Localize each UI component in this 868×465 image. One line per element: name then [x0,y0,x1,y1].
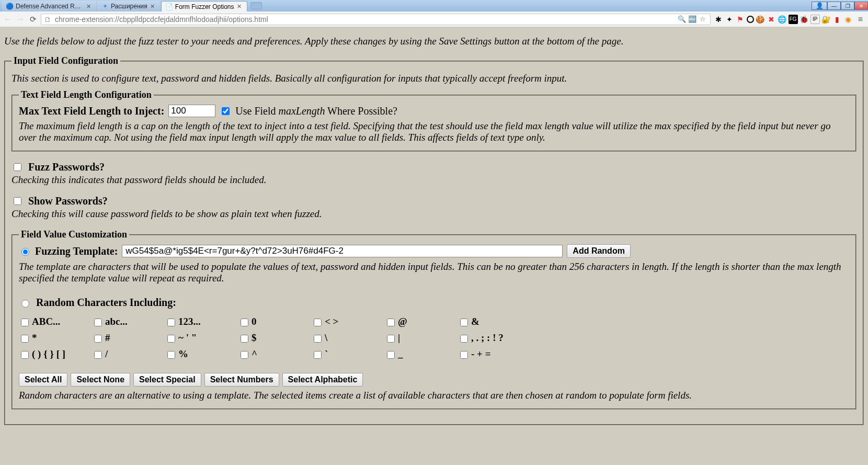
random-chars-radio[interactable] [21,300,29,308]
address-bar[interactable]: 🗋 chrome-extension://cbpplldpcdcfejdaldm… [41,14,711,25]
use-maxlength-checkbox[interactable] [222,107,230,115]
section-description: This section is used to configure text, … [12,73,856,84]
char-label: 0 [252,316,257,327]
char-label: - + = [471,348,490,359]
page-icon: 🗋 [44,16,52,23]
char-label: / [105,348,108,359]
browser-tab-1[interactable]: ✦ Расширения ✕ [97,1,160,12]
extension-icon[interactable]: IP [810,15,820,24]
browser-tab-2[interactable]: 📄 Form Fuzzer Options ✕ [161,1,247,12]
close-icon[interactable]: ✕ [150,3,155,10]
template-help: The template are characters that will be… [19,261,849,284]
char-checkbox[interactable] [94,351,102,359]
page-icon: 📄 [166,3,173,10]
extension-icons: ✱ ✦ ⚑ 🍪 ✖ 🌐 FG 🐞 IP 🔐 ▮ ◉ [714,15,853,24]
char-label: ~ ' " [178,332,197,343]
user-button[interactable]: 👤 [812,2,827,10]
close-icon[interactable]: ✕ [237,3,242,10]
extension-icon[interactable]: ✦ [725,15,734,24]
char-checkbox[interactable] [94,335,102,343]
select-special-button[interactable]: Select Special [133,373,201,387]
menu-button[interactable]: ≡ [856,15,865,24]
max-length-input[interactable] [168,105,215,117]
char-checkbox[interactable] [167,351,175,359]
input-field-configuration: Input Field Configuration This section i… [4,55,864,425]
browser-tab-strip: 🔵 Defense Advanced Resear ✕ ✦ Расширения… [0,0,868,12]
bookmark-icon[interactable]: ☆ [699,15,707,24]
extension-icon[interactable]: 🌐 [778,15,787,24]
char-label: * [32,332,37,343]
extension-icon[interactable]: 🐞 [800,15,809,24]
char-label: ` [325,348,328,359]
tab-title: Расширения [111,3,147,10]
tab-favicon-icon: 🔵 [6,3,13,10]
extension-icon[interactable] [747,16,754,23]
maximize-button[interactable]: ❐ [841,2,854,10]
char-label: \ [325,332,327,343]
char-label: @ [398,316,407,327]
char-checkbox[interactable] [21,335,29,343]
forward-button[interactable]: → [16,15,25,24]
char-grid: ABC... abc... 123... 0 < > @ & * # ~ ' "… [19,314,849,362]
fuzzing-template-label: Fuzzing Template: [35,245,118,257]
new-tab-button[interactable] [250,2,262,9]
char-checkbox[interactable] [21,351,29,359]
char-checkbox[interactable] [387,351,395,359]
max-length-label: Max Text Field Length to Inject: [19,105,164,117]
use-maxlength-label: Use Field maxLength Where Possible? [235,105,397,117]
extension-icon[interactable]: FG [789,15,798,24]
extension-icon[interactable]: ✖ [767,15,776,24]
char-label: ABC... [32,316,60,327]
char-label: ( ) { } [ ] [32,348,65,359]
tab-title: Defense Advanced Resear [16,3,84,10]
label-part: Where Possible? [325,105,397,117]
char-checkbox[interactable] [314,335,322,343]
extension-icon[interactable]: 🔐 [821,15,831,24]
char-checkbox[interactable] [241,319,248,326]
extension-icon[interactable]: ⚑ [736,15,745,24]
browser-tab-0[interactable]: 🔵 Defense Advanced Resear ✕ [2,1,96,12]
char-checkbox[interactable] [460,319,468,326]
reload-button[interactable]: ⟳ [28,15,38,24]
char-checkbox[interactable] [167,335,175,343]
field-value-customization: Field Value Customization Fuzzing Templa… [12,229,856,410]
select-none-button[interactable]: Select None [71,373,130,387]
extension-icon[interactable]: ▮ [832,15,842,24]
char-checkbox[interactable] [314,351,322,359]
browser-toolbar: ← → ⟳ 🗋 chrome-extension://cbpplldpcdcfe… [0,12,868,27]
char-checkbox[interactable] [21,319,29,326]
char-checkbox[interactable] [167,319,175,326]
window-controls: 👤 — ❐ ✕ [812,0,868,12]
char-checkbox[interactable] [460,335,468,343]
label-em: maxLength [279,105,325,117]
select-all-button[interactable]: Select All [19,373,67,387]
char-checkbox[interactable] [387,319,395,326]
show-passwords-label: Show Passwords? [28,195,108,207]
add-random-button[interactable]: Add Random [567,244,631,258]
back-button[interactable]: ← [3,15,13,24]
fuzzing-template-radio[interactable] [21,248,29,256]
select-numbers-button[interactable]: Select Numbers [204,373,279,387]
show-passwords-desc: Checking this will cause password fields… [12,208,856,220]
window-close-button[interactable]: ✕ [854,2,868,10]
fuzz-passwords-desc: Checking this indicates that password fi… [12,174,856,186]
char-checkbox[interactable] [460,351,468,359]
fuzz-passwords-label: Fuzz Passwords? [28,161,105,173]
fuzz-passwords-checkbox[interactable] [14,163,21,171]
char-checkbox[interactable] [314,319,322,326]
select-alphabetic-button[interactable]: Select Alphabetic [282,373,363,387]
char-checkbox[interactable] [387,335,395,343]
minimize-button[interactable]: — [827,2,841,10]
char-checkbox[interactable] [94,319,102,326]
show-passwords-checkbox[interactable] [14,197,21,205]
char-checkbox[interactable] [241,351,248,359]
char-checkbox[interactable] [241,335,248,343]
translate-icon[interactable]: 🔤 [688,15,696,24]
extension-icon[interactable]: 🍪 [756,15,765,24]
settings-icon[interactable]: ✱ [714,15,723,24]
fuzzing-template-input[interactable] [122,245,563,257]
intro-text: Use the fields below to adjust the fuzz … [4,36,864,47]
zoom-icon[interactable]: 🔍 [678,15,686,24]
close-icon[interactable]: ✕ [86,3,91,10]
extension-icon[interactable]: ◉ [843,15,853,24]
